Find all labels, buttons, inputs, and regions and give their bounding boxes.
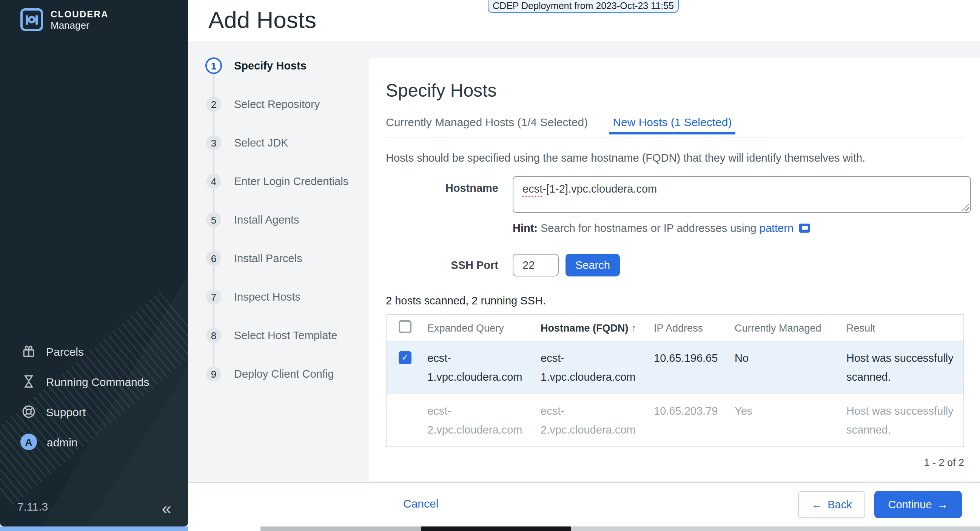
cell-expanded-query: ecst-2.vpc.cloudera.com xyxy=(427,402,541,439)
hourglass-icon xyxy=(21,374,36,389)
life-ring-icon xyxy=(21,404,36,419)
gift-icon xyxy=(21,344,36,359)
back-button[interactable]: ← Back xyxy=(798,491,865,518)
step-label: Select Repository xyxy=(234,98,320,110)
hostname-value-misspelled: ecst xyxy=(522,183,542,195)
column-header-hostname[interactable]: Hostname (FQDN)↑ xyxy=(541,322,654,333)
back-button-label: Back xyxy=(827,499,852,510)
pattern-link[interactable]: pattern xyxy=(759,222,794,234)
hostname-label: Hostname xyxy=(386,176,498,234)
step-label: Select JDK xyxy=(234,137,288,149)
step-label: Install Parcels xyxy=(234,252,302,265)
continue-arrow-icon: → xyxy=(937,499,948,510)
column-header-ip-address[interactable]: IP Address xyxy=(654,322,735,333)
step-label: Select Host Template xyxy=(234,329,337,341)
cell-ip-address: 10.65.196.65 xyxy=(654,349,735,386)
step-label: Inspect Hosts xyxy=(234,291,301,303)
cell-currently-managed: Yes xyxy=(735,402,846,439)
resize-handle[interactable] xyxy=(962,204,969,211)
cell-ip-address: 10.65.203.79 xyxy=(654,402,735,439)
sidebar-item-label: Parcels xyxy=(46,345,84,358)
row-checkbox-checked[interactable]: ✓ xyxy=(399,351,412,364)
continue-button[interactable]: Continue → xyxy=(874,491,962,518)
brand-name: CLOUDERA xyxy=(51,9,109,19)
wizard-step-3[interactable]: 3 Select JDK xyxy=(206,135,288,150)
step-label: Enter Login Credentials xyxy=(234,175,348,187)
cell-result: Host was successfully scanned. xyxy=(846,349,963,386)
wizard-step-2[interactable]: 2 Select Repository xyxy=(206,97,320,112)
bottom-strip-gray xyxy=(571,526,980,531)
sidebar: CLOUDERA Manager Parcels xyxy=(0,0,188,526)
version-label: 7.11.3 xyxy=(18,500,48,513)
page-title: Add Hosts xyxy=(208,5,317,35)
wizard-step-4[interactable]: 4 Enter Login Credentials xyxy=(206,174,348,189)
step-label: Specify Hosts xyxy=(234,60,307,72)
column-header-currently-managed[interactable]: Currently Managed xyxy=(735,322,846,333)
step-number: 5 xyxy=(206,212,221,227)
ssh-port-label: SSH Port xyxy=(386,259,498,271)
hint-text: Search for hostnames or IP addresses usi… xyxy=(541,222,757,234)
wizard-step-8[interactable]: 8 Select Host Template xyxy=(206,328,337,343)
cancel-link[interactable]: Cancel xyxy=(403,497,438,510)
column-header-expanded-query[interactable]: Expanded Query xyxy=(427,322,541,333)
step-number: 8 xyxy=(206,328,221,343)
scan-summary: 2 hosts scanned, 2 running SSH. xyxy=(386,295,964,307)
cell-hostname: ecst-2.vpc.cloudera.com xyxy=(541,402,654,439)
select-all-checkbox[interactable] xyxy=(399,320,412,333)
step-number: 3 xyxy=(206,135,221,150)
wizard-footer: Cancel ← Back Continue → xyxy=(188,482,980,526)
sidebar-item-support[interactable]: Support xyxy=(0,397,188,427)
bottom-strip-white xyxy=(188,526,261,531)
tab-currently-managed-hosts[interactable]: Currently Managed Hosts (1/4 Selected) xyxy=(386,112,592,131)
pattern-popup-icon[interactable] xyxy=(799,223,810,233)
cloudera-logo-text: CLOUDERA Manager xyxy=(51,9,109,30)
step-number: 9 xyxy=(206,366,221,381)
ssh-port-input[interactable] xyxy=(513,254,559,276)
ssh-port-row: SSH Port Search xyxy=(386,254,964,276)
cloudera-logo[interactable]: CLOUDERA Manager xyxy=(21,8,109,31)
bottom-strip-black xyxy=(421,526,571,531)
table-row-host-2[interactable]: ecst-2.vpc.cloudera.com ecst-2.vpc.cloud… xyxy=(387,394,963,446)
column-header-result[interactable]: Result xyxy=(846,322,963,333)
step-number: 4 xyxy=(206,174,221,189)
row-checkbox-placeholder xyxy=(387,402,427,439)
cell-expanded-query: ecst-1.vpc.cloudera.com xyxy=(427,349,541,386)
table-header-row: Expanded Query Hostname (FQDN)↑ IP Addre… xyxy=(387,315,963,341)
content-card: Specify Hosts Currently Managed Hosts (1… xyxy=(369,58,980,481)
brand-product: Manager xyxy=(51,19,109,30)
step-label: Deploy Client Config xyxy=(234,368,334,380)
step-number: 1 xyxy=(205,57,222,74)
sidebar-item-label: Running Commands xyxy=(46,375,150,388)
avatar: A xyxy=(21,434,37,450)
hostname-row: Hostname ecst-[1-2].vpc.cloudera.com Hin… xyxy=(386,176,964,234)
sidebar-item-admin[interactable]: A admin xyxy=(0,427,188,457)
bottom-strip-blue xyxy=(0,526,188,531)
collapse-sidebar-icon[interactable]: « xyxy=(162,500,172,517)
wizard-step-6[interactable]: 6 Install Parcels xyxy=(206,251,302,266)
cloudera-logo-icon xyxy=(21,8,43,31)
cell-result: Host was successfully scanned. xyxy=(846,402,963,439)
wizard-step-7[interactable]: 7 Inspect Hosts xyxy=(206,289,301,305)
hosts-table: Expanded Query Hostname (FQDN)↑ IP Addre… xyxy=(386,314,964,447)
continue-button-label: Continue xyxy=(888,499,932,510)
back-arrow-icon: ← xyxy=(811,499,822,510)
table-row-host-1[interactable]: ✓ ecst-1.vpc.cloudera.com ecst-1.vpc.clo… xyxy=(387,341,963,394)
wizard-step-5[interactable]: 5 Install Agents xyxy=(206,212,299,227)
sidebar-item-parcels[interactable]: Parcels xyxy=(0,336,188,366)
wizard-step-1[interactable]: 1 Specify Hosts xyxy=(206,57,307,74)
sidebar-item-label: Support xyxy=(46,405,86,418)
hosts-description: Hosts should be specified using the same… xyxy=(386,152,964,164)
step-number: 6 xyxy=(206,251,221,266)
search-button[interactable]: Search xyxy=(565,254,620,276)
wizard-step-9[interactable]: 9 Deploy Client Config xyxy=(206,366,334,381)
sidebar-nav: Parcels Running Commands xyxy=(0,336,188,457)
column-header-label: Hostname (FQDN) xyxy=(541,322,628,333)
cell-hostname: ecst-1.vpc.cloudera.com xyxy=(541,349,654,386)
sidebar-item-running-commands[interactable]: Running Commands xyxy=(0,366,188,397)
step-label: Install Agents xyxy=(234,214,299,226)
sidebar-item-label: admin xyxy=(47,435,78,448)
hostname-input[interactable]: ecst-[1-2].vpc.cloudera.com xyxy=(513,176,971,213)
step-number: 7 xyxy=(206,289,221,305)
hostname-hint: Hint: Search for hostnames or IP address… xyxy=(513,222,971,234)
tab-new-hosts[interactable]: New Hosts (1 Selected) xyxy=(609,112,735,134)
